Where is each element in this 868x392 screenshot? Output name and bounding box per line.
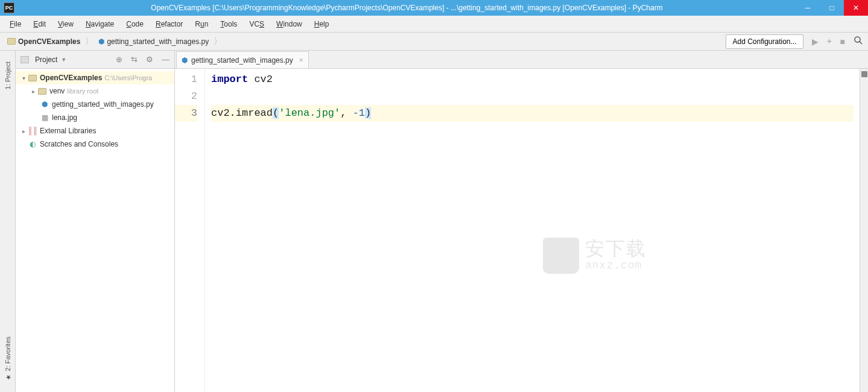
debug-icon[interactable]: ⌖ (827, 36, 832, 46)
scratches-icon: ◐ (28, 140, 37, 148)
sidebar-tab-project[interactable]: 1: Project (3, 58, 13, 93)
window-title: OpenCVExamples [C:\Users\ProgrammingKnow… (18, 4, 796, 12)
main-area: 1: Project ★ 2: Favorites Project ▼ ⊕ ⇆ … (0, 51, 868, 392)
breadcrumb-file[interactable]: ⬢ getting_started_with_images.py (96, 36, 211, 47)
panel-title: Project (35, 55, 57, 64)
tree-root[interactable]: ▾ OpenCVExamples C:\Users\Progra (16, 71, 174, 84)
chevron-down-icon[interactable]: ▼ (61, 57, 66, 63)
folder-icon (37, 88, 47, 95)
tree-file-image-label: lena.jpg (52, 113, 77, 122)
tree-venv[interactable]: ▸ venv library root (16, 84, 174, 98)
line-number: 3 (175, 105, 197, 122)
maximize-button[interactable]: □ (820, 0, 844, 16)
breadcrumb: OpenCVExamples 〉 ⬢ getting_started_with_… (5, 36, 223, 47)
tree-file-py[interactable]: ⬢ getting_started_with_images.py (16, 98, 174, 111)
editor-tabs: ⬢ getting_started_with_images.py × (175, 51, 868, 69)
navigation-bar: OpenCVExamples 〉 ⬢ getting_started_with_… (0, 33, 868, 51)
tree-root-label: OpenCVExamples (40, 74, 102, 82)
expand-icon[interactable]: ⇆ (131, 55, 138, 64)
tree-scratches-label: Scratches and Consoles (40, 140, 118, 148)
title-bar: PC OpenCVExamples [C:\Users\ProgrammingK… (0, 0, 868, 16)
menu-navigate[interactable]: Navigate (81, 18, 119, 30)
minimize-button[interactable]: ─ (796, 0, 820, 16)
code-line-current[interactable]: cv2.imread('lena.jpg', -1) (211, 105, 854, 122)
image-file-icon: ▦ (40, 113, 49, 122)
menu-run[interactable]: Run (190, 18, 213, 30)
menu-view[interactable]: View (53, 18, 78, 30)
python-file-icon: ⬢ (182, 56, 188, 65)
hide-icon[interactable]: — (162, 55, 169, 64)
project-panel: Project ▼ ⊕ ⇆ ⚙ — ▾ OpenCVExamples C:\Us… (16, 51, 175, 392)
menu-file[interactable]: File (5, 18, 26, 30)
app-icon: PC (4, 2, 14, 13)
menu-code[interactable]: Code (121, 18, 148, 30)
expand-arrow-icon[interactable]: ▾ (19, 75, 28, 81)
editor-tab-label: getting_started_with_images.py (191, 56, 293, 65)
menu-refactor[interactable]: Refactor (151, 18, 188, 30)
svg-line-1 (860, 42, 862, 44)
expand-arrow-icon[interactable]: ▸ (29, 88, 37, 95)
svg-point-0 (855, 37, 860, 42)
menu-window[interactable]: Window (271, 18, 307, 30)
line-number: 2 (175, 88, 197, 105)
breadcrumb-project-label: OpenCVExamples (18, 37, 80, 46)
close-button[interactable]: ✕ (844, 0, 868, 16)
expand-arrow-icon[interactable]: ▸ (19, 128, 28, 134)
tree-scratches[interactable]: ◐ Scratches and Consoles (16, 138, 174, 151)
project-panel-header: Project ▼ ⊕ ⇆ ⚙ — (16, 51, 174, 69)
close-tab-icon[interactable]: × (299, 56, 303, 65)
python-file-icon: ⬢ (98, 37, 104, 46)
menu-tools[interactable]: Tools (215, 18, 242, 30)
chevron-right-icon: 〉 (212, 36, 223, 47)
tree-root-hint: C:\Users\Progra (104, 74, 152, 81)
tree-venv-label: venv (49, 87, 65, 95)
tree-external-libraries[interactable]: ▸ ║║ External Libraries (16, 124, 174, 138)
menu-vcs[interactable]: VCS (244, 18, 269, 30)
run-icon[interactable]: ▶ (812, 37, 819, 46)
add-configuration-button[interactable]: Add Configuration... (726, 34, 803, 49)
locate-icon[interactable]: ⊕ (116, 55, 122, 64)
breadcrumb-project[interactable]: OpenCVExamples (5, 36, 83, 47)
sidebar-favorites-label: 2: Favorites (4, 337, 11, 371)
line-number: 1 (175, 71, 197, 88)
code-line[interactable] (211, 88, 854, 105)
code-line[interactable]: import cv2 (211, 71, 854, 88)
chevron-right-icon: 〉 (84, 36, 95, 47)
line-number-gutter: 1 2 3 (175, 69, 205, 392)
left-tool-strip: 1: Project ★ 2: Favorites (0, 51, 16, 392)
folder-icon (28, 75, 37, 81)
libraries-icon: ║║ (28, 127, 37, 135)
star-icon: ★ (4, 373, 11, 381)
sidebar-tab-favorites[interactable]: ★ 2: Favorites (2, 333, 13, 385)
gear-icon[interactable]: ⚙ (146, 55, 153, 64)
folder-icon (7, 38, 16, 45)
analysis-marker-icon (861, 71, 867, 77)
tree-file-image[interactable]: ▦ lena.jpg (16, 111, 174, 124)
project-tree: ▾ OpenCVExamples C:\Users\Progra ▸ venv … (16, 69, 174, 153)
menu-edit[interactable]: Edit (28, 18, 51, 30)
menu-help[interactable]: Help (309, 18, 334, 30)
editor-right-gutter[interactable] (860, 69, 868, 392)
breadcrumb-file-label: getting_started_with_images.py (107, 37, 209, 46)
tree-venv-hint: library root (67, 87, 98, 95)
run-toolbar: ▶ ⌖ ■ (812, 36, 863, 47)
menu-bar: File Edit View Navigate Code Refactor Ru… (0, 16, 868, 33)
panel-icon (21, 56, 29, 63)
stop-icon[interactable]: ■ (840, 37, 845, 46)
tree-file-py-label: getting_started_with_images.py (52, 100, 154, 109)
code-editor[interactable]: 1 2 3 import cv2 cv2.imread('lena.jpg', … (175, 69, 868, 392)
window-controls: ─ □ ✕ (796, 0, 868, 16)
editor-tab[interactable]: ⬢ getting_started_with_images.py × (176, 51, 309, 68)
search-icon[interactable] (854, 36, 863, 47)
code-content[interactable]: import cv2 cv2.imread('lena.jpg', -1) (205, 69, 860, 392)
python-file-icon: ⬢ (40, 100, 49, 109)
tree-ext-lib-label: External Libraries (40, 127, 96, 135)
editor-area: ⬢ getting_started_with_images.py × 1 2 3… (175, 51, 868, 392)
